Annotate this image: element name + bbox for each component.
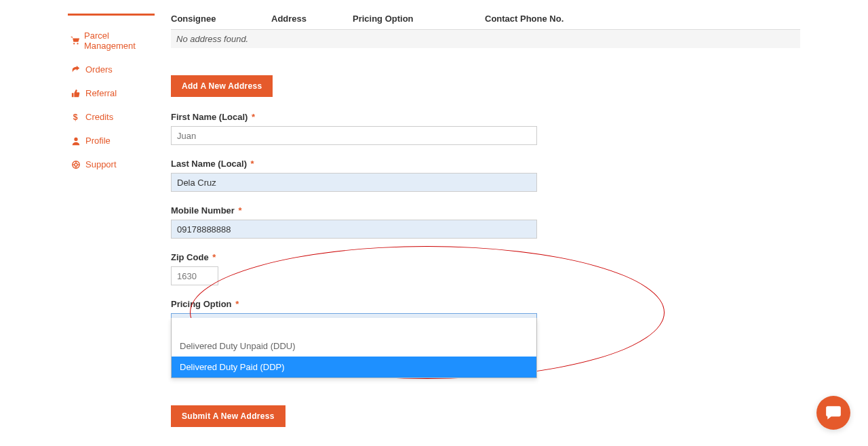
sidebar-accent-bar (68, 14, 155, 16)
mobile-label: Mobile Number * (171, 205, 800, 216)
sidebar-item-orders[interactable]: Orders (68, 58, 155, 81)
mobile-input[interactable] (171, 220, 537, 239)
required-marker: * (252, 112, 255, 122)
chat-icon (825, 403, 842, 423)
first-name-label: First Name (Local) * (171, 112, 800, 122)
svg-text:$: $ (73, 113, 78, 122)
col-header-pricing: Pricing Option (353, 14, 485, 24)
pricing-option-ddu[interactable]: Delivered Duty Unpaid (DDU) (172, 336, 536, 357)
col-header-phone: Contact Phone No. (485, 14, 800, 24)
mobile-group: Mobile Number * (171, 205, 800, 239)
pricing-option-blank[interactable] (172, 318, 536, 336)
sidebar-item-profile[interactable]: Profile (68, 129, 155, 153)
pricing-option-ddp[interactable]: Delivered Duty Paid (DDP) (172, 357, 536, 378)
sidebar-item-label: Profile (85, 136, 111, 146)
last-name-input[interactable] (171, 173, 537, 192)
svg-point-0 (73, 43, 75, 44)
cart-icon (71, 36, 80, 45)
required-marker: * (239, 205, 242, 216)
add-address-button[interactable]: Add A New Address (171, 75, 273, 97)
submit-address-button[interactable]: Submit A New Address (171, 405, 285, 427)
sidebar-item-referral[interactable]: Referral (68, 81, 155, 105)
address-table-header: Consignee Address Pricing Option Contact… (171, 14, 800, 30)
first-name-group: First Name (Local) * (171, 112, 800, 145)
zip-input[interactable] (171, 266, 218, 285)
col-header-consignee: Consignee (171, 14, 271, 24)
user-icon (71, 136, 81, 146)
col-header-address: Address (271, 14, 353, 24)
sidebar-item-label: Orders (85, 64, 113, 75)
sidebar-item-label: Parcel Management (84, 31, 152, 51)
first-name-input[interactable] (171, 126, 537, 145)
svg-point-5 (75, 163, 77, 165)
sidebar-item-parcel-management[interactable]: Parcel Management (68, 24, 155, 58)
thumbs-up-icon (71, 89, 81, 98)
chat-widget-button[interactable] (816, 396, 850, 430)
sidebar-item-label: Credits (85, 112, 113, 122)
zip-group: Zip Code * (171, 252, 800, 285)
sidebar-item-support[interactable]: Support (68, 153, 155, 176)
pricing-label: Pricing Option * (171, 299, 800, 309)
pricing-group: Pricing Option * ⌄ Delivered Duty Unpaid… (171, 299, 800, 427)
sidebar-item-credits[interactable]: $ Credits (68, 105, 155, 129)
pricing-dropdown: Delivered Duty Unpaid (DDU) Delivered Du… (171, 318, 537, 378)
last-name-group: Last Name (Local) * (171, 159, 800, 192)
last-name-label: Last Name (Local) * (171, 159, 800, 169)
dollar-icon: $ (71, 113, 81, 122)
life-ring-icon (71, 160, 81, 169)
required-marker: * (251, 159, 254, 169)
main-content: Consignee Address Pricing Option Contact… (171, 14, 800, 441)
required-marker: * (235, 299, 239, 309)
svg-point-3 (74, 137, 77, 140)
address-table-empty: No address found. (171, 30, 800, 48)
sidebar-item-label: Referral (85, 88, 117, 98)
sidebar: Parcel Management Orders Referral $ Cred… (68, 14, 155, 441)
required-marker: * (212, 252, 216, 262)
sidebar-item-label: Support (85, 159, 117, 169)
svg-point-1 (77, 43, 78, 44)
share-icon (71, 65, 81, 75)
zip-label: Zip Code * (171, 252, 800, 262)
